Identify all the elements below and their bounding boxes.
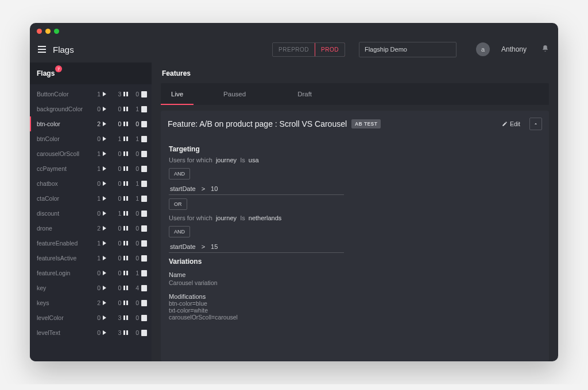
env-preprod[interactable]: PREPROD bbox=[273, 43, 315, 56]
flag-name: discount bbox=[37, 210, 84, 217]
or-op: OR bbox=[169, 198, 187, 210]
menu-icon[interactable] bbox=[38, 46, 46, 53]
feature-title: Feature: A/B on product page : Scroll VS… bbox=[168, 119, 347, 128]
flag-row-discount[interactable]: discount010 bbox=[30, 206, 152, 221]
document-icon bbox=[141, 300, 147, 306]
pause-icon bbox=[123, 196, 128, 201]
flag-name: featureLogin bbox=[37, 270, 84, 276]
main-panel: Features Live Paused Draft Feature: A/B … bbox=[152, 63, 558, 361]
flag-name: levelColor bbox=[37, 314, 84, 321]
project-select[interactable]: Flagship Demo bbox=[359, 42, 457, 57]
flag-row-btnColor[interactable]: btnColor011 bbox=[30, 131, 152, 146]
sidebar-title: Flags bbox=[37, 69, 55, 77]
pause-icon bbox=[123, 166, 128, 171]
page-title: Flags bbox=[53, 45, 74, 54]
document-icon bbox=[141, 285, 147, 291]
document-icon bbox=[141, 315, 147, 321]
modification-line: btn-color=blue bbox=[169, 300, 541, 307]
flag-row-ButtonColor[interactable]: ButtonColor130 bbox=[30, 87, 152, 102]
modification-line: carouselOrScoll=carousel bbox=[169, 314, 541, 321]
pause-icon bbox=[123, 226, 128, 231]
flag-name: carouselOrScoll bbox=[37, 150, 84, 157]
pause-icon bbox=[123, 271, 128, 275]
username: Anthony bbox=[501, 45, 527, 53]
flag-row-featureIsActive[interactable]: featureIsActive100 bbox=[30, 251, 152, 266]
flag-name: keys bbox=[37, 299, 84, 306]
notification-badge: 7 bbox=[55, 65, 62, 72]
chevron-up-icon bbox=[533, 121, 539, 127]
zoom-dot[interactable] bbox=[54, 29, 59, 34]
pause-icon bbox=[123, 122, 128, 126]
feature-header: Feature: A/B on product page : Scroll VS… bbox=[161, 111, 549, 137]
document-icon bbox=[141, 121, 147, 127]
flag-row-drone[interactable]: drone200 bbox=[30, 221, 152, 236]
project-name: Flagship Demo bbox=[365, 46, 407, 53]
env-prod[interactable]: PROD bbox=[315, 42, 345, 57]
pause-icon bbox=[123, 256, 128, 260]
tab-live[interactable]: Live bbox=[161, 83, 194, 105]
modifications-label: Modifications bbox=[169, 293, 541, 300]
pause-icon bbox=[123, 241, 128, 245]
flag-row-backgroundColor[interactable]: backgroundColor001 bbox=[30, 102, 152, 116]
flag-row-levelText[interactable]: levelText030 bbox=[30, 325, 152, 340]
pause-icon bbox=[123, 315, 128, 320]
document-icon bbox=[141, 181, 147, 187]
flag-name: key bbox=[37, 284, 84, 291]
pause-icon bbox=[123, 136, 128, 141]
flag-name: ctaColor bbox=[37, 195, 84, 202]
and-op-2: AND bbox=[169, 226, 190, 237]
document-icon bbox=[141, 136, 147, 142]
flag-row-levelColor[interactable]: levelColor030 bbox=[30, 310, 152, 325]
condition-2: startDate > 15 bbox=[169, 241, 344, 253]
document-icon bbox=[141, 225, 147, 232]
flag-row-chatbox[interactable]: chatbox001 bbox=[30, 176, 152, 191]
feature-body: Targeting Users for which journey Is usa… bbox=[161, 137, 549, 329]
targeting-rule-2: Users for which journey Is netherlands bbox=[169, 213, 541, 223]
modification-line: txt-color=white bbox=[169, 307, 541, 314]
flag-name: ButtonColor bbox=[37, 91, 84, 98]
flag-row-featureEnabled[interactable]: featureEnabled100 bbox=[30, 236, 152, 251]
minimize-dot[interactable] bbox=[45, 29, 51, 34]
sidebar: Flags 7 ButtonColor130backgroundColor001… bbox=[30, 63, 152, 361]
flag-row-btn-color[interactable]: btn-color200 bbox=[30, 116, 152, 131]
document-icon bbox=[141, 255, 147, 262]
edit-button[interactable]: Edit bbox=[502, 120, 520, 127]
pause-icon bbox=[123, 151, 128, 156]
flag-name: featureEnabled bbox=[37, 240, 84, 247]
flags-list: ButtonColor130backgroundColor001btn-colo… bbox=[30, 84, 152, 361]
document-icon bbox=[141, 91, 147, 98]
feature-type-chip: AB TEST bbox=[351, 119, 381, 128]
flag-row-carouselOrScoll[interactable]: carouselOrScoll100 bbox=[30, 146, 152, 161]
flag-name: drone bbox=[37, 225, 84, 232]
variations-heading: Variations bbox=[169, 258, 541, 266]
collapse-button[interactable] bbox=[529, 118, 542, 130]
flag-name: btnColor bbox=[37, 135, 84, 142]
document-icon bbox=[141, 166, 147, 172]
avatar[interactable]: a bbox=[476, 42, 490, 56]
close-dot[interactable] bbox=[37, 29, 42, 34]
tab-draft[interactable]: Draft bbox=[287, 83, 322, 105]
tabs: Live Paused Draft bbox=[161, 83, 549, 105]
flag-name: backgroundColor bbox=[37, 106, 84, 112]
pause-icon bbox=[123, 181, 128, 186]
flag-name: ccPayment bbox=[37, 165, 84, 172]
environment-toggle: PREPROD PROD bbox=[272, 42, 345, 57]
pause-icon bbox=[123, 301, 128, 305]
tab-paused[interactable]: Paused bbox=[213, 83, 256, 105]
flag-row-key[interactable]: key004 bbox=[30, 280, 152, 295]
pause-icon bbox=[123, 330, 128, 335]
flag-row-featureLogin[interactable]: featureLogin001 bbox=[30, 266, 152, 280]
app-window: Flags PREPROD PROD Flagship Demo a Antho… bbox=[30, 23, 558, 361]
flag-row-keys[interactable]: keys200 bbox=[30, 295, 152, 310]
window-controls bbox=[30, 23, 558, 36]
document-icon bbox=[141, 196, 147, 202]
bell-icon[interactable] bbox=[541, 45, 549, 54]
document-icon bbox=[141, 270, 147, 276]
variation-name-label: Name bbox=[169, 271, 541, 278]
sidebar-header: Flags 7 bbox=[30, 63, 152, 84]
flag-row-ctaColor[interactable]: ctaColor101 bbox=[30, 191, 152, 206]
flag-row-ccPayment[interactable]: ccPayment100 bbox=[30, 161, 152, 176]
pause-icon bbox=[123, 92, 128, 96]
targeting-heading: Targeting bbox=[169, 145, 541, 153]
feature-panel: Feature: A/B on product page : Scroll VS… bbox=[161, 111, 549, 361]
